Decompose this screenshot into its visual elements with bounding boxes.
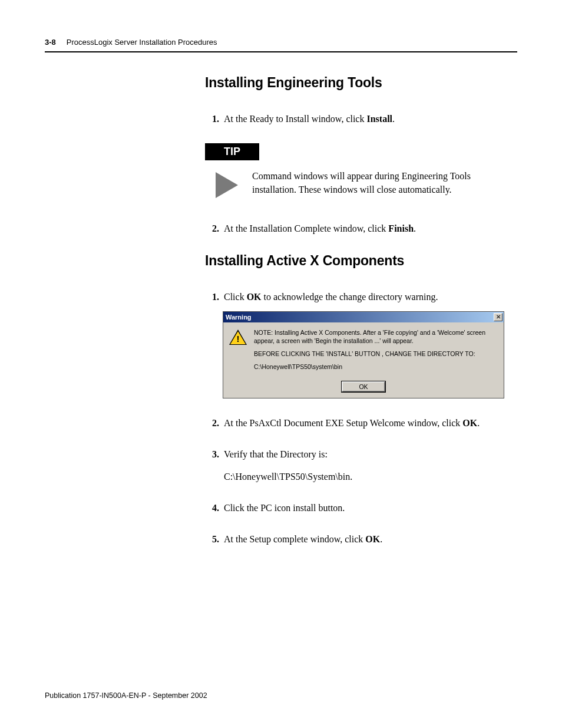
section-heading-activex: Installing Active X Components — [205, 253, 517, 269]
step-text: Verify that the Directory is: C:\Honeywe… — [224, 447, 517, 483]
warning-icon: ! — [229, 330, 247, 346]
page-number: 3-8 — [45, 38, 56, 47]
step-number: 1. — [205, 112, 219, 126]
warning-dialog: Warning ✕ ! NOTE: Installing Active X Co… — [223, 311, 504, 399]
section-heading-engineering-tools: Installing Engineering Tools — [205, 75, 517, 91]
ok-button[interactable]: OK — [342, 381, 385, 392]
step-text: At the PsAxCtl Document EXE Setup Welcom… — [224, 416, 517, 430]
step-number: 4. — [205, 501, 219, 515]
step-number: 2. — [205, 416, 219, 430]
step-text: Click the PC icon install button. — [224, 501, 517, 515]
step-text: At the Setup complete window, click OK. — [224, 532, 517, 546]
header-title: ProcessLogix Server Installation Procedu… — [67, 38, 217, 47]
tip-text: Command windows will appear during Engin… — [252, 169, 517, 198]
footer-publication: Publication 1757-IN500A-EN-P - September… — [45, 691, 207, 700]
step-number: 2. — [205, 222, 219, 235]
close-icon[interactable]: ✕ — [494, 313, 503, 321]
tip-label: TIP — [205, 143, 259, 160]
header-rule — [45, 51, 517, 52]
directory-path: C:\Honeywell\TPS50\System\bin. — [224, 470, 517, 483]
step-number: 5. — [205, 532, 219, 546]
play-icon — [205, 169, 238, 198]
tip-box: TIP Command windows will appear during E… — [205, 143, 517, 198]
step-text: Click OK to acknowledge the change direc… — [224, 290, 517, 304]
step-number: 1. — [205, 290, 219, 304]
step-number: 3. — [205, 447, 219, 483]
step-text: At the Ready to Install window, click In… — [224, 112, 517, 126]
dialog-title: Warning — [226, 314, 252, 321]
dialog-message: NOTE: Installing Active X Components. Af… — [254, 328, 497, 376]
step-text: At the Installation Complete window, cli… — [224, 222, 517, 235]
